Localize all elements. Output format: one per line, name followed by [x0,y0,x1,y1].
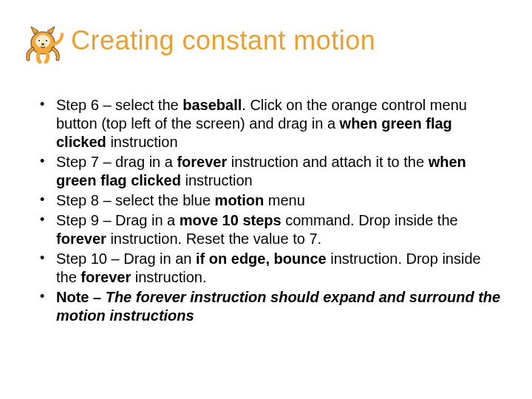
step-text: Step 9 – Drag in a [56,212,180,228]
svg-point-3 [38,40,40,41]
note-label: Note – [56,289,106,305]
step-bold: move 10 steps [180,212,285,228]
step-text: Step 7 – drag in a [56,154,177,170]
step-text: command. Drop inside the [285,212,457,228]
step-text: Step 10 – Drag in an [56,250,196,267]
list-item: Step 10 – Drag in an if on edge, bounce … [35,250,501,287]
step-bold: forever [81,269,134,285]
svg-point-5 [46,40,47,41]
svg-point-1 [35,35,50,48]
step-bold: baseball [183,97,242,113]
step-text: instruction and attach it to the [231,154,429,170]
step-text: instruction. Reset the value to 7. [110,231,321,247]
list-item: Step 7 – drag in a forever instruction a… [35,153,501,190]
list-item: Step 9 – Drag in a move 10 steps command… [35,211,501,248]
step-text: instruction [110,134,177,150]
step-text: Step 8 – select the blue [56,192,215,208]
steps-list: Step 6 – select the baseball. Click on t… [35,96,501,327]
scratch-cat-icon [21,21,65,64]
list-item: Step 8 – select the blue motion menu [35,191,501,210]
step-text: menu [268,192,305,208]
step-text: instruction [185,172,253,188]
note-body: The forever instruction should expand an… [56,289,500,324]
step-text: Step 6 – select the [56,97,183,113]
page-title: Creating constant motion [71,25,375,56]
step-bold: forever [56,231,110,247]
step-text: instruction. [135,269,207,285]
step-bold: if on edge, bounce [196,250,330,267]
step-bold: motion [215,192,268,208]
list-item-note: Note – The forever instruction should ex… [35,288,501,325]
list-item: Step 6 – select the baseball. Click on t… [35,96,501,151]
svg-point-6 [41,44,44,46]
step-bold: forever [177,154,231,170]
